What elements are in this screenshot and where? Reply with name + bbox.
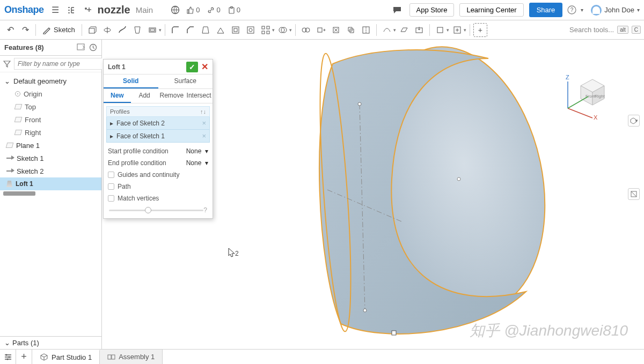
reorder-icon[interactable]: ↑↓	[200, 108, 206, 115]
links-count[interactable]: 0	[207, 6, 220, 14]
sketch1-node[interactable]: Sketch 1	[0, 152, 101, 165]
remove-profile-icon[interactable]: ×	[202, 132, 206, 140]
add-tab-button[interactable]: +	[16, 350, 32, 364]
loft1-node[interactable]: Loft 1	[0, 177, 101, 190]
right-plane-node[interactable]: Right	[0, 126, 101, 139]
revolve-icon[interactable]	[100, 23, 114, 37]
sketch2-node[interactable]: Sketch 2	[0, 165, 101, 177]
top-plane-node[interactable]: Top	[0, 100, 101, 113]
svg-rect-17	[262, 31, 265, 34]
profile-item-2[interactable]: ▸ Face of Sketch 1 ×	[106, 130, 210, 143]
custom-feature-icon[interactable]: +	[473, 23, 487, 37]
tab-solid[interactable]: Solid	[104, 75, 158, 88]
extrude-icon[interactable]	[85, 23, 99, 37]
delete-face-icon[interactable]	[329, 23, 343, 37]
solid-group-caret-icon[interactable]: ▾	[159, 27, 162, 33]
tree-setup-icon[interactable]	[64, 3, 78, 17]
feature-list-settings-icon[interactable]	[77, 43, 85, 51]
geometry-group-caret-icon[interactable]: ▾	[447, 27, 449, 33]
match-vertices-checkbox[interactable]	[108, 195, 114, 202]
subtab-new[interactable]: New	[104, 89, 131, 103]
undo-icon[interactable]: ↶	[3, 23, 17, 37]
svg-rect-18	[267, 31, 269, 34]
rollback-bar[interactable]	[3, 191, 35, 196]
redo-icon[interactable]: ↷	[18, 23, 32, 37]
default-geometry-node[interactable]: ⌄ Default geometry	[0, 75, 101, 87]
main-toolbar: ↶ ↷ Sketch ▾ ▾ ▾ ▾	[0, 20, 644, 40]
user-menu[interactable]: John Doe ▾	[591, 5, 640, 16]
import-icon[interactable]	[412, 23, 426, 37]
chamfer-icon[interactable]	[184, 23, 197, 37]
front-plane-node[interactable]: Front	[0, 113, 101, 126]
rollback-clock-icon[interactable]	[89, 43, 97, 51]
tab-options-icon[interactable]	[0, 350, 16, 364]
accept-button[interactable]: ✓	[186, 62, 198, 72]
shell-icon[interactable]	[229, 23, 243, 37]
tab-surface[interactable]: Surface	[158, 75, 213, 88]
origin-node[interactable]: Origin	[0, 87, 101, 100]
transform-icon[interactable]	[299, 23, 313, 37]
pattern-icon[interactable]	[259, 23, 273, 37]
part-studio-tab[interactable]: Part Studio 1	[32, 350, 100, 364]
tessellation-slider[interactable]	[109, 210, 203, 211]
filter-funnel-icon[interactable]	[3, 60, 11, 68]
document-name[interactable]: nozzle	[98, 4, 130, 16]
variable-icon[interactable]	[450, 23, 464, 37]
end-cond-select[interactable]: None ▾	[186, 159, 208, 167]
fillet-icon[interactable]	[169, 23, 182, 37]
geometry-tool-icon[interactable]	[433, 23, 447, 37]
surface-group-caret-icon[interactable]: ▾	[393, 27, 396, 33]
branch-name[interactable]: Main	[136, 5, 153, 14]
section-view-icon[interactable]	[628, 188, 640, 200]
replace-face-icon[interactable]	[344, 23, 358, 37]
modify-group-caret-icon[interactable]: ▾	[272, 27, 275, 33]
dialog-help-icon[interactable]: ?	[203, 206, 207, 214]
globe-icon[interactable]	[168, 3, 182, 17]
svg-rect-11	[232, 27, 239, 33]
move-face-icon[interactable]	[314, 23, 328, 37]
logo[interactable]: Onshape	[4, 4, 46, 16]
boolean-group-caret-icon[interactable]: ▾	[289, 27, 292, 33]
help-icon[interactable]: ?	[565, 3, 579, 17]
variable-group-caret-icon[interactable]: ▾	[464, 27, 466, 33]
sketch-button[interactable]: Sketch	[39, 26, 78, 34]
boolean-icon[interactable]	[276, 23, 290, 37]
watermark: 知乎 @Jianhongwei810	[470, 321, 628, 341]
remove-profile-icon[interactable]: ×	[202, 119, 206, 127]
assembly-tab[interactable]: Assembly 1	[100, 350, 163, 364]
learning-center-button[interactable]: Learning Center	[459, 3, 523, 17]
display-mode-icon[interactable]: ▾	[628, 115, 640, 127]
help-caret-icon[interactable]: ▾	[581, 7, 583, 13]
loft-icon[interactable]	[130, 23, 144, 37]
insert-icon[interactable]	[80, 3, 94, 17]
path-checkbox[interactable]	[108, 183, 114, 190]
parts-section[interactable]: ⌄ Parts (1)	[0, 336, 101, 349]
origin-label: Origin	[24, 90, 42, 98]
likes-count[interactable]: 0	[187, 6, 200, 14]
top-header: Onshape ☰ nozzle Main 0 0 0 App Store Le…	[0, 0, 644, 20]
subtab-intersect[interactable]: Intersect	[185, 89, 213, 103]
search-tools-input[interactable]: Search tools...	[569, 26, 614, 34]
guides-checkbox[interactable]	[108, 172, 114, 178]
start-cond-select[interactable]: None ▾	[186, 147, 208, 155]
share-button[interactable]: Share	[529, 3, 563, 17]
plane1-node[interactable]: Plane 1	[0, 139, 101, 152]
view-cube[interactable]: Front Right Z X	[558, 66, 612, 120]
surface-tool-icon[interactable]	[380, 23, 394, 37]
feature-filter-input[interactable]	[14, 58, 103, 70]
sweep-icon[interactable]	[115, 23, 129, 37]
rib-icon[interactable]	[214, 23, 228, 37]
clipboard-count[interactable]: 0	[228, 6, 240, 14]
app-store-button[interactable]: App Store	[409, 3, 455, 17]
profile-item-1[interactable]: ▸ Face of Sketch 2 ×	[106, 117, 210, 130]
split-icon[interactable]	[359, 23, 373, 37]
plane-tool-icon[interactable]	[397, 23, 411, 37]
thicken-icon[interactable]	[145, 23, 159, 37]
subtab-add[interactable]: Add	[131, 89, 158, 103]
subtab-remove[interactable]: Remove	[158, 89, 186, 103]
draft-icon[interactable]	[199, 23, 213, 37]
cancel-button[interactable]: ✕	[201, 62, 208, 72]
hole-icon[interactable]	[244, 23, 258, 37]
menu-icon[interactable]: ☰	[48, 3, 62, 17]
chat-icon[interactable]	[390, 3, 404, 17]
